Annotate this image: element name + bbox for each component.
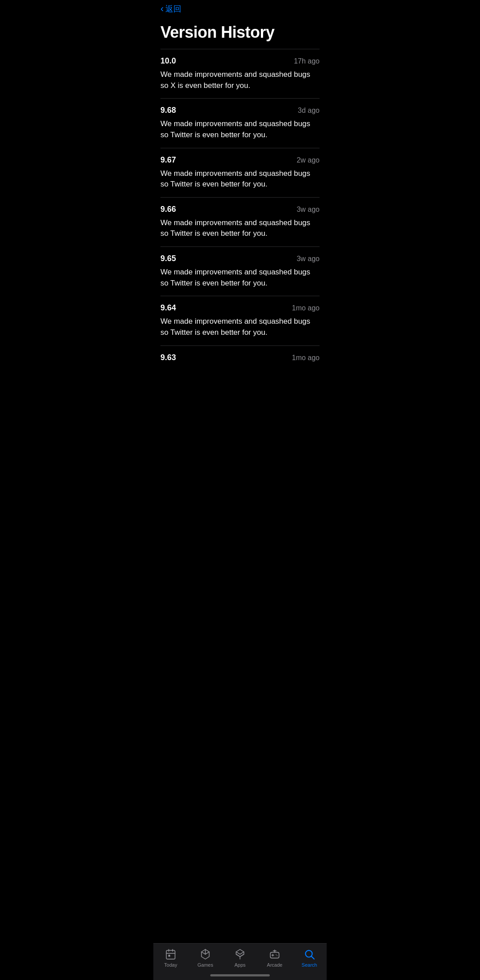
back-label: 返回 <box>165 4 181 14</box>
version-notes: We made improvements and squashed bugs s… <box>160 316 320 338</box>
version-number: 10.0 <box>160 56 176 66</box>
version-number: 9.68 <box>160 106 176 115</box>
back-chevron-icon: ‹ <box>160 4 164 14</box>
version-notes: We made improvements and squashed bugs s… <box>160 168 320 190</box>
version-item: 9.64 1mo ago We made improvements and sq… <box>153 296 327 345</box>
page-title: Version History <box>153 20 327 49</box>
version-item-partial: 9.63 1mo ago <box>153 346 327 366</box>
version-time: 3d ago <box>298 107 320 115</box>
version-number: 9.67 <box>160 155 176 165</box>
back-button[interactable]: ‹ 返回 <box>153 0 327 20</box>
version-time: 17h ago <box>294 57 320 65</box>
version-header: 9.68 3d ago <box>160 106 320 115</box>
version-number: 9.65 <box>160 254 176 263</box>
version-item: 9.66 3w ago We made improvements and squ… <box>153 198 327 246</box>
version-time: 3w ago <box>296 255 320 263</box>
version-list: 10.0 17h ago We made improvements and sq… <box>153 49 327 366</box>
version-notes: We made improvements and squashed bugs s… <box>160 69 320 91</box>
version-item: 9.65 3w ago We made improvements and squ… <box>153 247 327 296</box>
version-item: 9.67 2w ago We made improvements and squ… <box>153 148 327 197</box>
version-notes: We made improvements and squashed bugs s… <box>160 267 320 289</box>
version-number: 9.64 <box>160 303 176 313</box>
version-number: 9.63 <box>160 353 176 362</box>
version-time: 3w ago <box>296 206 320 214</box>
version-item: 9.68 3d ago We made improvements and squ… <box>153 99 327 147</box>
version-time: 2w ago <box>296 156 320 164</box>
version-notes: We made improvements and squashed bugs s… <box>160 218 320 239</box>
version-header: 9.67 2w ago <box>160 155 320 165</box>
version-time: 1mo ago <box>292 304 320 312</box>
version-header: 10.0 17h ago <box>160 56 320 66</box>
version-time: 1mo ago <box>292 354 320 362</box>
version-header: 9.64 1mo ago <box>160 303 320 313</box>
version-header: 9.63 1mo ago <box>160 353 320 362</box>
version-header: 9.65 3w ago <box>160 254 320 263</box>
version-item: 10.0 17h ago We made improvements and sq… <box>153 49 327 98</box>
version-notes: We made improvements and squashed bugs s… <box>160 119 320 140</box>
version-number: 9.66 <box>160 205 176 214</box>
version-header: 9.66 3w ago <box>160 205 320 214</box>
